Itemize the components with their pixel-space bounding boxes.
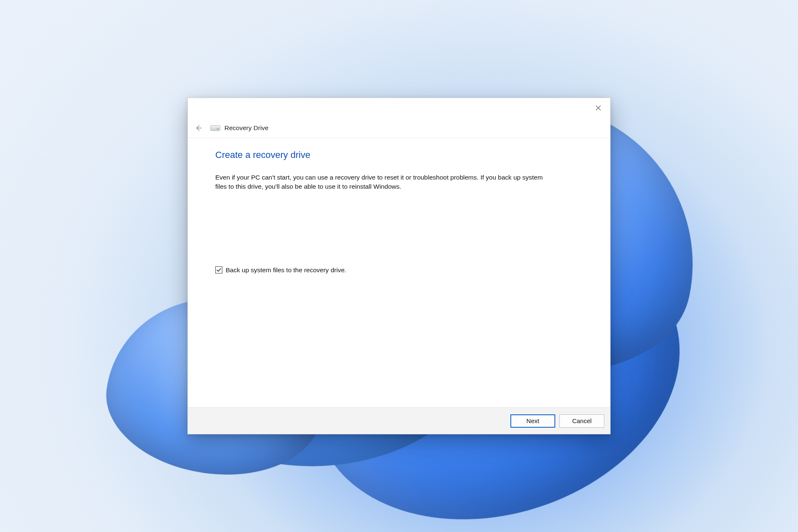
wizard-title: Recovery Drive [224,124,268,132]
next-button[interactable]: Next [510,414,555,428]
backup-system-files-checkbox[interactable]: Back up system files to the recovery dri… [215,266,583,274]
window-titlebar [188,98,610,118]
checkbox-label: Back up system files to the recovery dri… [226,266,346,274]
close-button[interactable] [586,98,610,118]
close-icon [596,105,601,111]
wizard-footer: Next Cancel [188,407,610,434]
recovery-drive-wizard-window: Recovery Drive Create a recovery drive E… [187,98,611,434]
wizard-content: Create a recovery drive Even if your PC … [188,138,610,407]
desktop-background: Recovery Drive Create a recovery drive E… [0,0,798,532]
page-description: Even if your PC can't start, you can use… [215,173,548,192]
page-heading: Create a recovery drive [215,150,583,160]
wizard-header: Recovery Drive [188,118,610,138]
back-arrow-icon [195,124,202,132]
checkbox-box [215,266,222,273]
cancel-button[interactable]: Cancel [559,414,604,428]
back-button[interactable] [191,121,205,135]
drive-icon [210,125,220,131]
checkmark-icon [216,267,222,273]
